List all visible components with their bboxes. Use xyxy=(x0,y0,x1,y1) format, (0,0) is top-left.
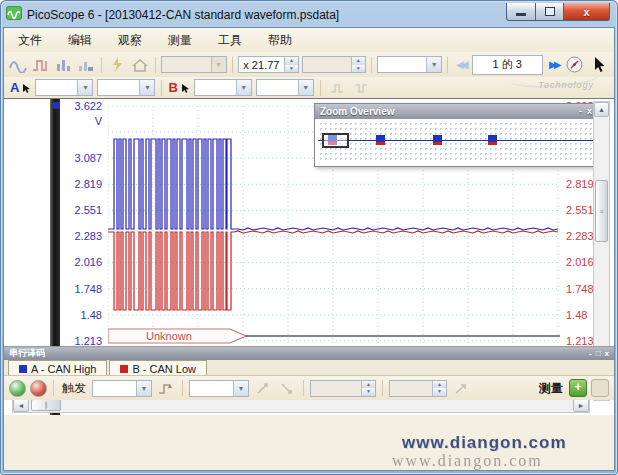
axis-tick-label: 1.748 xyxy=(62,282,102,296)
y-axis-unit: V xyxy=(62,114,102,128)
channel-b-color-swatch xyxy=(120,365,128,373)
zoom-factor-spinner[interactable]: x 21.77 ▲▼ xyxy=(238,56,300,73)
channel-b-cursor-icon xyxy=(182,79,190,97)
timebase-dropdown[interactable]: ▼ xyxy=(377,56,443,73)
trigger-toolbar: 触发 ▼ ▼ ▲▼ ▲▼ 测量 xyxy=(4,375,614,400)
tab-can-high-label: A - CAN High xyxy=(31,363,96,375)
menu-item-5[interactable]: 帮助 xyxy=(268,32,292,49)
axis-tick-label: 3.622 xyxy=(62,99,102,113)
channel-b-range-dropdown[interactable]: ▼ xyxy=(194,79,252,96)
axis-tick-label: 2.551 xyxy=(62,203,102,217)
panel-maximize-icon[interactable]: □ xyxy=(596,348,601,359)
zoom-overview-titlebar[interactable]: Zoom Overview - x xyxy=(315,104,597,119)
channel-b-coupling-dropdown[interactable]: ▼ xyxy=(256,79,314,96)
samples-spinner[interactable]: ▲▼ xyxy=(302,56,366,73)
overview-burst-marker-3 xyxy=(488,135,497,145)
window-title: PicoScope 6 - [20130412-CAN standard wav… xyxy=(27,8,339,22)
prev-buffer-icon[interactable]: ◀◀ xyxy=(453,59,468,70)
rising-edge-icon[interactable] xyxy=(253,379,273,397)
menu-bar: 文件编辑观察测量工具帮助 xyxy=(4,28,614,53)
channel-a-cursor-icon xyxy=(23,79,31,97)
overview-burst-marker-1 xyxy=(376,135,385,145)
watermark-light: www.diangon.com xyxy=(392,452,543,470)
trigger-level-spinner[interactable]: ▲▼ xyxy=(310,380,376,397)
panel-minimize-icon[interactable]: - xyxy=(589,348,592,359)
title-bar[interactable]: PicoScope 6 - [20130412-CAN standard wav… xyxy=(6,5,488,25)
axis-tick-label: 2.819 xyxy=(62,177,102,191)
spectrum-view-icon[interactable] xyxy=(54,56,74,74)
channel-b-label: B xyxy=(168,80,177,95)
remove-measurement-button[interactable] xyxy=(591,379,609,397)
spinner-arrows-icon[interactable]: ▲▼ xyxy=(284,57,298,72)
trigger-edge-icon[interactable] xyxy=(156,379,176,397)
home-icon[interactable] xyxy=(130,56,150,74)
scroll-up-icon[interactable]: ▲ xyxy=(594,102,609,117)
view-mode-dropdown[interactable]: ▼ xyxy=(161,56,227,73)
menu-item-4[interactable]: 工具 xyxy=(218,32,242,49)
menu-item-1[interactable]: 编辑 xyxy=(68,32,92,49)
pretrigger-spinner[interactable]: ▲▼ xyxy=(389,380,447,397)
start-capture-button[interactable] xyxy=(9,380,26,397)
axis-tick-label: 2.016 xyxy=(62,255,102,269)
diagonal-arrow-icon[interactable] xyxy=(451,379,471,397)
trigger-source-dropdown[interactable]: ▼ xyxy=(189,380,249,397)
persistence-view-icon[interactable] xyxy=(77,56,97,74)
chevron-down-icon: ▼ xyxy=(236,80,251,95)
axis-tick-label: 1.48 xyxy=(62,308,102,322)
spinner-arrows-icon[interactable]: ▲▼ xyxy=(432,381,446,396)
axis-tick-label: 3.087 xyxy=(62,151,102,165)
channel-a-axis-marker[interactable] xyxy=(53,102,60,109)
square-wave-view-icon[interactable] xyxy=(31,56,51,74)
decode-label-a: Unknown xyxy=(146,330,192,342)
client-area: 文件编辑观察测量工具帮助 ▼ xyxy=(3,27,615,471)
auto-setup-icon[interactable] xyxy=(107,56,127,74)
menu-item-0[interactable]: 文件 xyxy=(18,32,42,49)
spinner-arrows-icon[interactable]: ▲▼ xyxy=(351,57,365,72)
channel-a-coupling-dropdown[interactable]: ▼ xyxy=(97,79,155,96)
close-button[interactable]: x xyxy=(563,3,610,21)
menu-item-2[interactable]: 观察 xyxy=(118,32,142,49)
zoom-overview-window[interactable]: Zoom Overview - x xyxy=(314,103,598,167)
horizontal-scroll-thumb[interactable]: ∥ xyxy=(31,399,61,411)
restore-button[interactable] xyxy=(536,3,563,21)
axis-tick-label: 2.283 xyxy=(62,229,102,243)
overview-close-icon[interactable]: x xyxy=(587,105,592,118)
panel-close-icon[interactable]: x xyxy=(605,348,609,359)
scope-view-icon[interactable] xyxy=(8,56,28,74)
spinner-arrows-icon[interactable]: ▲▼ xyxy=(361,381,375,396)
serial-panel-titlebar[interactable]: 串行译码 - □ x xyxy=(4,347,614,360)
menu-item-3[interactable]: 测量 xyxy=(168,32,192,49)
tab-can-high[interactable]: A - CAN High xyxy=(8,360,107,376)
probe-a-icon[interactable] xyxy=(327,79,347,97)
trigger-mode-dropdown[interactable]: ▼ xyxy=(92,380,152,397)
axis-tick-label: 2.016 xyxy=(566,255,594,269)
minimize-button[interactable] xyxy=(506,3,536,21)
channel-a-range-dropdown[interactable]: ▼ xyxy=(35,79,93,96)
probe-b-icon[interactable] xyxy=(351,79,371,97)
channel-a-color-swatch xyxy=(19,365,27,373)
tab-can-low-label: B - CAN Low xyxy=(132,363,196,375)
add-measurement-button[interactable]: + xyxy=(569,379,587,397)
app-icon xyxy=(6,6,22,24)
tab-can-low[interactable]: B - CAN Low xyxy=(109,360,207,376)
pico-technology-watermark: Technology xyxy=(538,80,594,90)
overview-minimize-icon[interactable]: - xyxy=(579,105,582,118)
axis-tick-label: 2.819 xyxy=(566,177,594,191)
chevron-down-icon: ▼ xyxy=(139,80,154,95)
axis-tick-label: 1.748 xyxy=(566,282,594,296)
chevron-down-icon: ▼ xyxy=(233,381,248,396)
channel-a-label: A xyxy=(10,80,19,95)
falling-edge-icon[interactable] xyxy=(277,379,297,397)
stop-capture-button[interactable] xyxy=(30,380,47,397)
vertical-scroll-thumb[interactable]: ≡ xyxy=(595,180,608,242)
scroll-left-icon[interactable]: ◄ xyxy=(13,398,29,412)
chevron-down-icon: ▼ xyxy=(136,381,151,396)
serial-panel-title: 串行译码 xyxy=(9,347,45,360)
overview-zoom-region-handle[interactable] xyxy=(322,133,349,148)
chevron-down-icon: ▼ xyxy=(298,80,313,95)
serial-decoding-panel: 串行译码 - □ x A - CAN High B - CAN Low xyxy=(4,346,614,376)
brand-area: Technology xyxy=(375,77,608,98)
chevron-down-icon: ▼ xyxy=(211,57,226,72)
scroll-right-icon[interactable]: ► xyxy=(573,398,589,412)
zoom-overview-canvas[interactable] xyxy=(318,121,594,163)
